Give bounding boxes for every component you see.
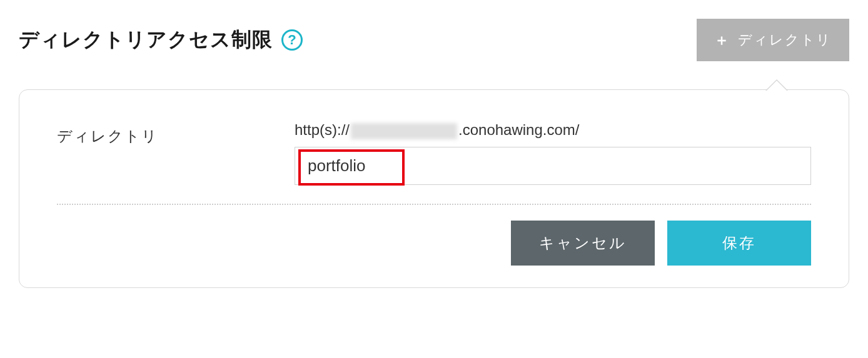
add-directory-button[interactable]: ＋ ディレクトリ [697, 19, 849, 61]
url-prefix-after: .conohawing.com/ [458, 121, 579, 138]
help-icon[interactable]: ? [281, 29, 303, 51]
url-domain-blurred [351, 123, 457, 139]
directory-form-row: ディレクトリ http(s)://.conohawing.com/ [57, 121, 811, 205]
button-row: キャンセル 保存 [57, 221, 811, 266]
directory-input-wrap [295, 147, 811, 185]
page-title-wrap: ディレクトリアクセス制限 ? [19, 26, 303, 54]
url-prefix: http(s)://.conohawing.com/ [295, 121, 811, 139]
add-button-label: ディレクトリ [738, 31, 832, 49]
save-button[interactable]: 保存 [667, 221, 811, 266]
page-header: ディレクトリアクセス制限 ? ＋ ディレクトリ [19, 19, 849, 61]
panel-wrapper: ディレクトリ http(s)://.conohawing.com/ キャンセル … [19, 89, 849, 288]
plus-icon: ＋ [714, 30, 730, 50]
directory-content: http(s)://.conohawing.com/ [295, 121, 811, 185]
directory-input[interactable] [295, 147, 811, 185]
panel-arrow [767, 81, 787, 91]
cancel-button[interactable]: キャンセル [511, 221, 655, 266]
page-title: ディレクトリアクセス制限 [19, 26, 273, 54]
form-panel: ディレクトリ http(s)://.conohawing.com/ キャンセル … [19, 89, 849, 288]
directory-label: ディレクトリ [57, 121, 295, 146]
url-prefix-before: http(s):// [295, 121, 350, 138]
